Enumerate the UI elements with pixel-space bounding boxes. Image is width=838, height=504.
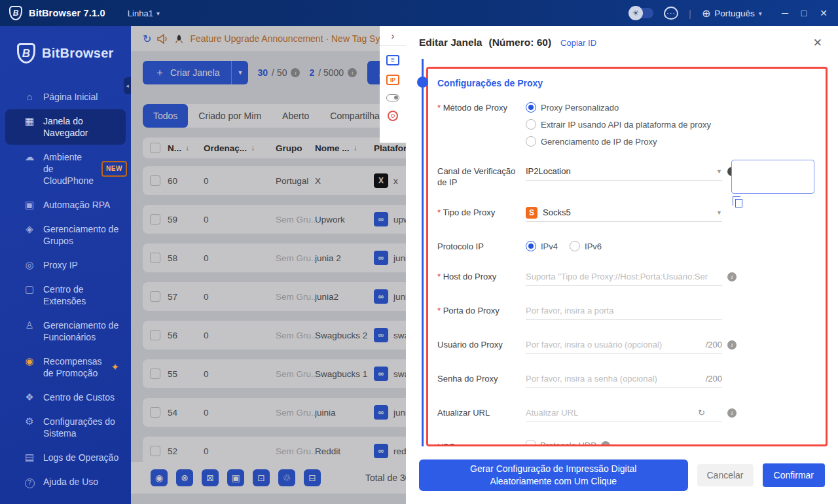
language-selector[interactable]: ⊕ Português ▾ xyxy=(702,7,762,20)
modal-header: Editar Janela (Número: 60) Copiar ID ✕ xyxy=(406,26,838,59)
copy-icon[interactable] xyxy=(735,199,742,207)
shield-icon: ❖ xyxy=(24,391,35,403)
info-icon[interactable]: i xyxy=(727,408,737,418)
sidebar-item-centro[interactable]: ❖Centro de Custos xyxy=(5,386,126,409)
confirm-button[interactable]: Confirmar xyxy=(763,463,825,487)
radio-icon xyxy=(570,241,580,251)
modal-subtitle: (Número: 60) xyxy=(489,37,552,48)
ip-icon[interactable]: IP xyxy=(386,75,399,85)
sidebar-item-label: Ajuda de Uso xyxy=(43,476,119,488)
app-brand: B BitBrowser 7.1.0 Linha1 ▾ xyxy=(0,6,160,20)
line-selector[interactable]: Linha1 ▾ xyxy=(128,9,160,18)
app-logo-icon: B xyxy=(9,6,22,20)
field-label: Host do Proxy xyxy=(437,268,526,282)
socks5-icon: S xyxy=(526,207,537,219)
chevron-down-icon: ▾ xyxy=(156,10,160,17)
ip-channel-select[interactable]: IP2Location ▼ xyxy=(526,162,722,181)
theme-toggle[interactable]: ☀ xyxy=(630,8,653,18)
proxy-password-input[interactable] xyxy=(526,370,722,388)
radio-selected-icon xyxy=(526,102,536,113)
sidebar-item-proxy[interactable]: ◎Proxy IP xyxy=(5,253,126,277)
field-label: Porta do Proxy xyxy=(437,302,526,316)
field-label: Método de Proxy xyxy=(437,99,526,113)
fingerprint-icon[interactable] xyxy=(388,111,398,121)
sidebar-item-logs[interactable]: ▤Logs de Operação xyxy=(5,446,126,469)
proxy-host-input[interactable] xyxy=(526,268,722,286)
sidebar-item-gerenciamento[interactable]: ◈Gerenciamento de Grupos xyxy=(5,217,126,253)
proxy-settings-icon[interactable]: ≡ xyxy=(386,55,399,65)
sidebar-item-configuracoes[interactable]: ⚙Configurações do Sistema xyxy=(5,410,126,445)
modal-section-rail: › ≡ IP xyxy=(380,26,406,143)
medal-icon: ◉ xyxy=(24,355,35,367)
brand-logo-icon: B xyxy=(17,43,35,63)
edit-window-modal: Editar Janela (Número: 60) Copiar ID ✕ C… xyxy=(406,26,838,504)
sidebar-item-ajuda[interactable]: ?Ajuda de Uso xyxy=(5,470,126,494)
close-button[interactable]: ✕ xyxy=(820,8,828,18)
char-counter: /200 xyxy=(706,340,722,350)
modal-footer: Gerar Configuração de Impressão Digital … xyxy=(406,446,838,504)
cancel-button[interactable]: Cancelar xyxy=(697,464,754,486)
field-label: Canal de Verificação de IP xyxy=(437,162,526,188)
pin-icon: ◎ xyxy=(24,259,35,271)
proxy-password-row: Senha do Proxy /200 xyxy=(437,370,816,388)
toggle-icon[interactable] xyxy=(386,94,399,101)
gear-icon: ⚙ xyxy=(24,416,35,427)
generate-fingerprint-button[interactable]: Gerar Configuração de Impressão Digital … xyxy=(419,459,688,491)
radio-gerenciamento-ip[interactable]: Gerenciamento de IP de Proxy xyxy=(526,136,657,147)
sidebar-item-pagina[interactable]: ⌂Página Inicial xyxy=(5,85,126,109)
sidebar-item-label: Centro de Custos xyxy=(43,391,119,403)
sidebar-item-recompensas[interactable]: ◉Recompensas de Promoção✦ xyxy=(5,350,126,385)
maximize-button[interactable]: □ xyxy=(801,8,807,18)
sidebar-item-janela[interactable]: ▦Janela do Navegador xyxy=(5,109,126,145)
section-timeline xyxy=(422,59,424,446)
proxy-check-button[interactable] xyxy=(731,160,814,194)
sidebar-item-centro[interactable]: ▢Centro de Extensões xyxy=(5,278,126,313)
proxy-type-row: Tipo de Proxy S Socks5 ▼ xyxy=(437,204,816,222)
refresh-url-input[interactable] xyxy=(526,404,722,422)
copy-id-link[interactable]: Copiar ID xyxy=(560,38,596,48)
proxy-method-row: Método de Proxy Proxy Personalizado Extr… xyxy=(437,99,816,147)
sidebar-item-label: Janela do Navegador xyxy=(43,115,119,139)
radio-proxy-personalizado[interactable]: Proxy Personalizado xyxy=(526,102,619,113)
modal-body: Configurações de Proxy Método de Proxy P… xyxy=(406,59,838,446)
field-label: Atualizar URL xyxy=(437,404,526,418)
sidebar-collapse-handle[interactable]: ◂ xyxy=(124,77,131,94)
minimize-button[interactable]: ─ xyxy=(782,8,788,18)
support-icon[interactable]: ··· xyxy=(664,7,678,20)
sidebar-item-gerenciamento[interactable]: ♙Gerenciamento de Funcionários xyxy=(5,314,126,349)
sidebar-brand: B BitBrowser xyxy=(0,26,131,81)
refresh-icon[interactable]: ↻ xyxy=(698,408,705,418)
radio-icon xyxy=(526,119,536,130)
proxy-type-select[interactable]: S Socks5 ▼ xyxy=(526,204,722,222)
char-counter: /200 xyxy=(706,374,722,384)
proxy-port-row: Porta do Proxy xyxy=(437,302,816,320)
radio-icon xyxy=(526,136,536,147)
sidebar-item-automacao[interactable]: ▣Automação RPA xyxy=(5,193,126,217)
info-icon[interactable]: i xyxy=(727,340,737,350)
info-icon[interactable]: i xyxy=(601,441,610,447)
radio-extrair-ip-api[interactable]: Extrair IP usando API da plataforma de p… xyxy=(526,119,711,130)
radio-selected-icon xyxy=(526,241,536,251)
sun-icon: ☀ xyxy=(628,6,643,20)
radio-ipv4[interactable]: IPv4 xyxy=(526,241,558,251)
chevron-right-icon[interactable]: › xyxy=(380,26,406,46)
modal-close-icon[interactable]: ✕ xyxy=(813,36,822,50)
info-icon[interactable]: i xyxy=(727,272,737,281)
chevron-down-icon: ▼ xyxy=(716,168,722,175)
refresh-url-row: Atualizar URL ↻ i xyxy=(437,404,816,422)
sidebar-item-ambiente[interactable]: ☁Ambiente de CloudPhoneNEW xyxy=(5,145,126,192)
chevron-down-icon: ▼ xyxy=(716,209,722,216)
logs-icon: ▤ xyxy=(24,452,35,463)
sidebar-item-label: Página Inicial xyxy=(43,91,119,103)
sidebar-item-label: Centro de Extensões xyxy=(43,283,119,307)
sidebar-item-label: Automação RPA xyxy=(43,199,119,211)
sidebar-item-label: Proxy IP xyxy=(43,259,119,271)
line-selector-label: Linha1 xyxy=(128,9,153,18)
field-label: Usuário do Proxy xyxy=(437,336,526,350)
proxy-user-input[interactable] xyxy=(526,336,722,354)
radio-ipv6[interactable]: IPv6 xyxy=(570,241,602,251)
cube-icon: ▢ xyxy=(24,283,35,295)
proxy-port-input[interactable] xyxy=(526,302,722,320)
udp-checkbox[interactable]: Protocolo UDP i xyxy=(526,438,722,446)
sidebar-item-label: Logs de Operação xyxy=(43,452,119,463)
